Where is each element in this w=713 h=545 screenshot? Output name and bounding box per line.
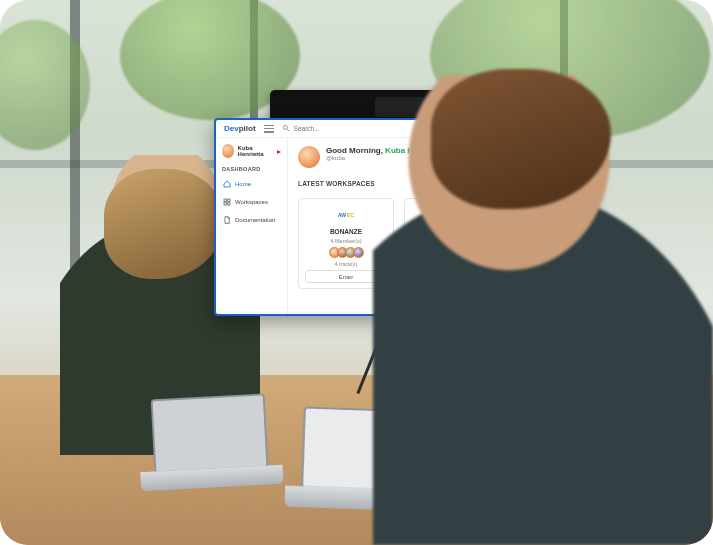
meeting-room-photo: Devpilot Kuba Henrietta ▸ DASHBOARD — [0, 0, 713, 545]
avatar — [353, 247, 364, 258]
workspace-logo: AWEC — [336, 205, 356, 225]
logo-part-1: Dev — [224, 124, 239, 133]
logo-text: AW — [338, 212, 346, 218]
workspace-name: BONANZE — [330, 228, 362, 235]
sidebar-username: Kuba Henrietta — [238, 145, 273, 157]
svg-rect-3 — [228, 199, 230, 201]
sidebar-item-home[interactable]: Home — [222, 178, 281, 190]
person-foreground — [373, 75, 713, 545]
app-logo: Devpilot — [224, 124, 256, 133]
logo-part-2: pilot — [239, 124, 256, 133]
grid-icon — [223, 198, 231, 206]
sidebar-section-title: DASHBOARD — [222, 166, 281, 172]
sidebar-item-workspaces[interactable]: Workspaces — [222, 196, 281, 208]
search-icon — [282, 124, 290, 133]
caret-right-icon: ▸ — [277, 147, 281, 156]
sidebar-item-label: Documentation — [235, 217, 275, 223]
sidebar-user[interactable]: Kuba Henrietta ▸ — [222, 144, 281, 158]
sidebar-item-label: Workspaces — [235, 199, 268, 205]
svg-point-0 — [283, 125, 287, 129]
svg-rect-4 — [224, 203, 226, 205]
laptop — [151, 393, 270, 490]
menu-toggle-icon[interactable] — [264, 125, 274, 133]
svg-rect-5 — [228, 203, 230, 205]
workspaces-title: LATEST WORKSPACES — [298, 180, 375, 187]
logo-text: EC — [347, 212, 354, 218]
home-icon — [223, 180, 231, 188]
avatar — [298, 146, 320, 168]
workspace-members: 4 Member(s) — [330, 238, 361, 244]
sidebar-item-documentation[interactable]: Documentation — [222, 214, 281, 226]
svg-line-1 — [287, 129, 289, 131]
document-icon — [223, 216, 231, 224]
member-avatars — [329, 247, 364, 258]
svg-rect-2 — [224, 199, 226, 201]
sidebar-item-label: Home — [235, 181, 251, 187]
workspace-tracks: 4 track(s) — [335, 261, 358, 267]
avatar — [222, 144, 234, 158]
sidebar: Kuba Henrietta ▸ DASHBOARD Home Workspac… — [216, 138, 288, 314]
